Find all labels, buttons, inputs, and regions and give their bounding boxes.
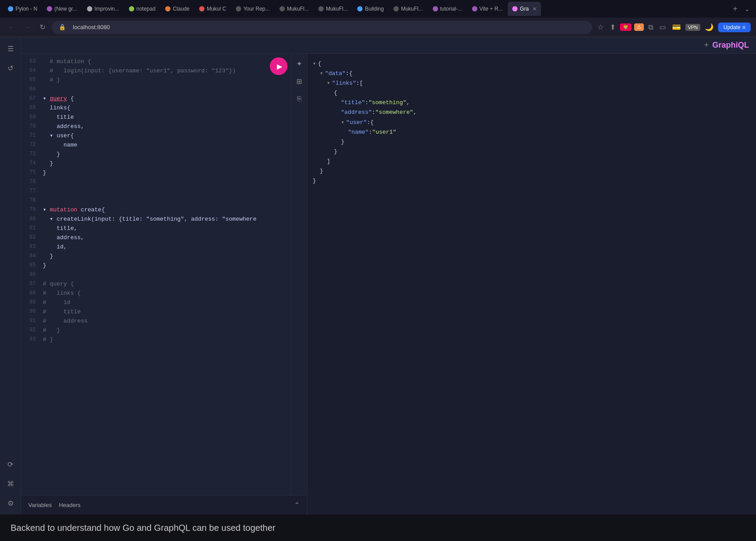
tab-overflow-button[interactable]: ⌄ — [742, 5, 752, 12]
variables-bar: Variables Headers ⌃ — [21, 495, 307, 515]
code-line: 80 ▾ createLink(input: {title: "somethin… — [21, 215, 307, 224]
graphiql-add-tab[interactable]: + — [704, 41, 709, 50]
url-text: localhost:8080 — [73, 24, 110, 30]
editor-response-area: 63 # mutation {64 # login(input: {userna… — [21, 54, 756, 515]
response-line: } — [313, 147, 751, 157]
code-line: 68 links{ — [21, 104, 307, 113]
browser-tab-pylon[interactable]: Pylon - N — [4, 2, 42, 16]
response-line: "name": "user1" — [313, 128, 751, 137]
code-line: 64 # login(input: {username: "user1", pa… — [21, 67, 307, 76]
url-bar[interactable]: 🔒 localhost:8080 — [52, 21, 592, 34]
sidebar-toggle-button[interactable]: ▭ — [658, 21, 668, 33]
code-line: 90# title — [21, 308, 307, 317]
code-line: 87# query { — [21, 280, 307, 289]
code-line: 86 — [21, 270, 307, 280]
code-line: 75} — [21, 169, 307, 178]
extensions-button[interactable]: ⧉ — [646, 22, 655, 33]
response-line: } — [313, 176, 751, 186]
response-line: "title": "something", — [313, 98, 751, 108]
address-bar: ← → ↻ 🔒 localhost:8080 ☆ ⬆ 🦁 ⚠ ⧉ ▭ 💳 VPN… — [0, 18, 756, 37]
code-line: 93# } — [21, 335, 307, 345]
settings-icon[interactable]: ⚙ — [4, 497, 17, 509]
code-line: 71 ▾ user{ — [21, 131, 307, 141]
editor-toolbar: ✦ ⊞ ⎘ — [291, 54, 307, 495]
update-button[interactable]: Update ≡ — [718, 23, 751, 32]
browser-tab-mukufl-3[interactable]: MukuFl... — [389, 2, 427, 16]
lock-icon: 🔒 — [59, 24, 66, 30]
forward-button[interactable]: → — [21, 22, 34, 33]
browser-actions: ☆ ⬆ 🦁 ⚠ ⧉ ▭ 💳 VPN 🌙 Update ≡ — [596, 21, 751, 33]
theme-button[interactable]: 🌙 — [703, 21, 715, 33]
main-content: ☰ ↺ ⟳ ⌘ ⚙ + GraphiQL 63 # mutation {64 #… — [0, 37, 756, 515]
collapse-variables-button[interactable]: ⌃ — [294, 501, 300, 509]
response-line: ▾ "data": { — [313, 69, 751, 79]
code-line: 81 title, — [21, 224, 307, 233]
browser-tab-claude[interactable]: Claude — [161, 2, 194, 16]
graphiql-header: + GraphiQL — [21, 37, 756, 54]
browser-tab-building[interactable]: Building — [353, 2, 388, 16]
code-line: 70 address, — [21, 122, 307, 131]
code-line: 89# id — [21, 298, 307, 308]
code-editor: 63 # mutation {64 # login(input: {userna… — [21, 54, 307, 348]
code-line: 74 } — [21, 159, 307, 169]
response-line: { — [313, 88, 751, 98]
code-line: 84 } — [21, 252, 307, 261]
copy-icon[interactable]: ⎘ — [293, 93, 306, 105]
headers-tab[interactable]: Headers — [59, 500, 80, 510]
menu-icon: ≡ — [742, 24, 745, 30]
history-icon[interactable]: ↺ — [4, 62, 17, 74]
code-line: 92# } — [21, 326, 307, 335]
code-line: 76 — [21, 178, 307, 187]
response-line: ▾ { — [313, 59, 751, 69]
footer: Backend to understand how Go and GraphQL… — [0, 515, 756, 541]
browser-tab-notepad[interactable]: notepad — [125, 2, 160, 16]
code-line: 65 # } — [21, 76, 307, 85]
document-icon[interactable]: ☰ — [4, 42, 17, 55]
response-line: ▾ "user": { — [313, 118, 751, 128]
back-button[interactable]: ← — [5, 22, 18, 33]
code-line: 73 } — [21, 150, 307, 159]
new-tab-button[interactable]: + — [729, 4, 741, 14]
brave-shield-badge[interactable]: 🦁 — [620, 23, 631, 31]
response-line: ▾ "links": [ — [313, 79, 751, 88]
prettify-icon[interactable]: ✦ — [293, 57, 306, 70]
code-line: 85} — [21, 261, 307, 270]
vpn-badge[interactable]: VPN — [685, 24, 701, 31]
footer-text: Backend to understand how Go and GraphQL… — [11, 523, 276, 533]
bookmark-button[interactable]: ☆ — [596, 21, 605, 33]
browser-tab-your-rep[interactable]: Your Rep... — [231, 2, 274, 16]
code-line: 69 title — [21, 113, 307, 122]
response-line: } — [313, 166, 751, 176]
reload-button[interactable]: ↻ — [37, 21, 48, 33]
code-line: 83 id, — [21, 243, 307, 252]
browser-tab-vite-r[interactable]: Vite + R... — [468, 2, 507, 16]
refresh-icon[interactable]: ⟳ — [4, 458, 17, 470]
response-panel: ▾ {▾ "data": {▾ "links": [{"title": "som… — [307, 54, 756, 515]
code-line: 91# address — [21, 317, 307, 326]
response-line: ] — [313, 157, 751, 166]
browser-tab-mukufl-2[interactable]: MukuFl... — [314, 2, 352, 16]
brave-alert-badge[interactable]: ⚠ — [634, 23, 644, 31]
sidebar: ☰ ↺ ⟳ ⌘ ⚙ — [0, 37, 21, 515]
browser-tab-mukufl-1[interactable]: MukuFl... — [275, 2, 313, 16]
code-line: 78 — [21, 196, 307, 206]
browser-tab-new-gen[interactable]: (New gr... — [42, 2, 81, 16]
wallet-button[interactable]: 💳 — [670, 21, 683, 33]
merge-icon[interactable]: ⊞ — [293, 75, 306, 87]
browser-tab-improving[interactable]: Improvin... — [83, 2, 124, 16]
share-button[interactable]: ⬆ — [608, 21, 617, 33]
code-line: 67▾ query { — [21, 94, 307, 104]
variables-tab[interactable]: Variables — [28, 500, 52, 510]
browser-tab-gra[interactable]: Gra✕ — [508, 2, 541, 16]
browser-tab-tutorial[interactable]: tutorial-... — [428, 2, 467, 16]
code-line: 79▾ mutation create{ — [21, 206, 307, 215]
editor-main[interactable]: 63 # mutation {64 # login(input: {userna… — [21, 54, 307, 495]
code-line: 66 — [21, 85, 307, 94]
browser-tab-mukul-c[interactable]: Mukul C — [195, 2, 231, 16]
code-line: 63 # mutation { — [21, 57, 307, 67]
shortcut-icon[interactable]: ⌘ — [4, 477, 17, 490]
run-button[interactable] — [270, 57, 287, 75]
tab-bar: Pylon - N(New gr...Improvin...notepadCla… — [0, 0, 756, 18]
code-line: 88# links { — [21, 289, 307, 298]
graphiql-title: GraphiQL — [712, 41, 749, 50]
